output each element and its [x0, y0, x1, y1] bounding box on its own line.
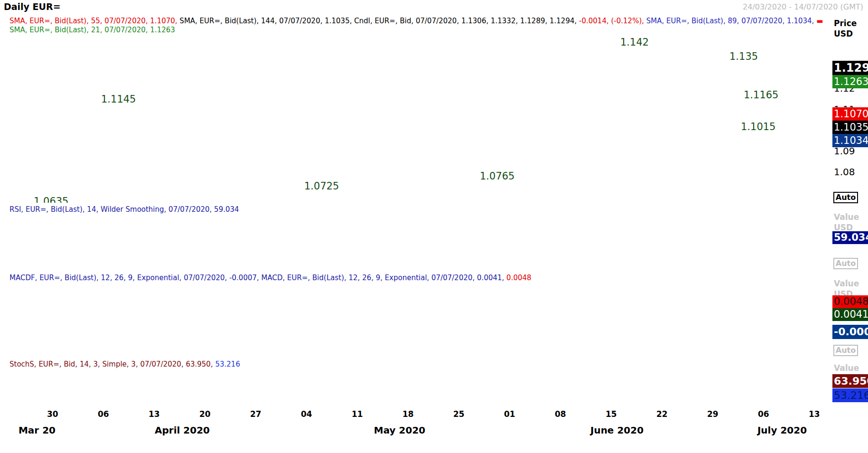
price-auto-scale-button[interactable]: Auto: [833, 192, 858, 203]
rsi-auto-scale-button[interactable]: Auto: [833, 258, 858, 269]
macd-auto-scale-button[interactable]: Auto: [833, 345, 858, 356]
chart-canvas[interactable]: [0, 0, 868, 453]
chart-window: Daily EUR= 24/03/2020 - 14/07/2020 (GMT)…: [0, 0, 868, 453]
